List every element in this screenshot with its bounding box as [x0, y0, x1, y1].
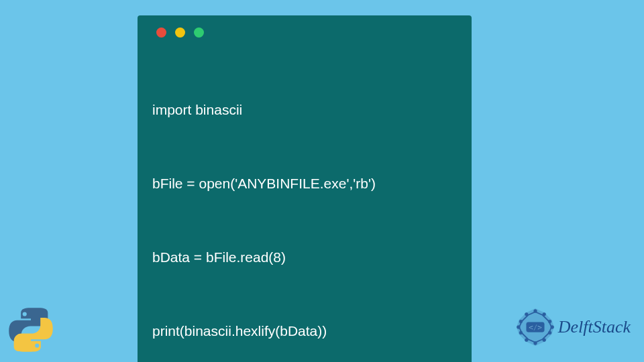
svg-point-10: [519, 320, 523, 323]
svg-point-2: [548, 320, 551, 323]
svg-point-7: [525, 339, 528, 342]
code-line: bFile = open('ANYBINFILE.exe','rb'): [152, 172, 457, 196]
svg-point-1: [543, 312, 546, 316]
code-window: import binascii bFile = open('ANYBINFILE…: [138, 15, 472, 362]
minimize-icon: [175, 27, 185, 38]
python-logo-icon: [8, 307, 54, 353]
svg-point-5: [543, 339, 546, 342]
svg-point-3: [551, 326, 554, 329]
svg-text:</>: </>: [529, 323, 542, 332]
svg-point-0: [533, 310, 537, 313]
delftstack-badge-icon: </>: [515, 307, 555, 347]
window-traffic-lights: [156, 27, 457, 38]
code-block: import binascii bFile = open('ANYBINFILE…: [152, 48, 457, 362]
svg-point-6: [533, 342, 537, 345]
maximize-icon: [194, 27, 204, 38]
code-line: import binascii: [152, 98, 457, 123]
delftstack-brand: </> DelftStack: [515, 307, 631, 347]
svg-point-8: [519, 331, 523, 335]
svg-point-9: [517, 326, 520, 329]
close-icon: [156, 27, 166, 38]
code-line: print(binascii.hexlify(bData)): [152, 319, 457, 344]
code-line: bData = bFile.read(8): [152, 245, 457, 270]
brand-name: DelftStack: [558, 317, 631, 337]
svg-point-11: [525, 312, 528, 316]
svg-point-4: [548, 331, 551, 335]
